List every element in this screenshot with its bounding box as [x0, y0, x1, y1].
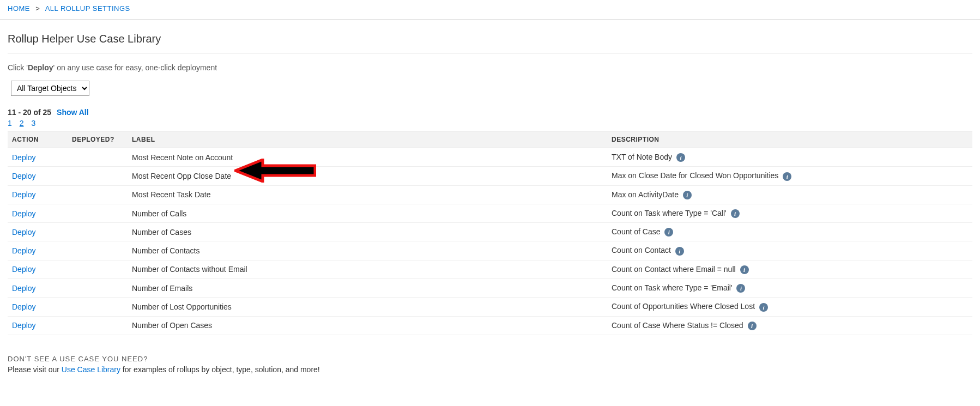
description-cell: Max on Close Date for Closed Won Opportu…	[607, 167, 972, 185]
deployed-cell	[68, 241, 128, 260]
table-row: DeployNumber of Contacts without EmailCo…	[8, 260, 972, 278]
instruction-bold: Deploy	[28, 63, 53, 72]
page-title: Rollup Helper Use Case Library	[8, 33, 972, 45]
description-text: Max on Close Date for Closed Won Opportu…	[612, 171, 778, 180]
description-cell: Count on Contact i	[607, 241, 972, 260]
divider	[0, 19, 980, 20]
label-cell: Most Recent Task Date	[128, 185, 607, 204]
description-text: TXT of Note Body	[612, 153, 672, 161]
divider	[8, 53, 972, 53]
description-cell: Count on Contact where Email = null i	[607, 260, 972, 278]
info-icon[interactable]: i	[759, 303, 768, 312]
col-header-label: LABEL	[128, 131, 607, 148]
info-icon[interactable]: i	[664, 228, 673, 237]
deployed-cell	[68, 167, 128, 185]
target-object-filter[interactable]: All Target Objects	[11, 81, 89, 96]
deploy-link[interactable]: Deploy	[12, 153, 36, 162]
col-header-action: ACTION	[8, 131, 68, 148]
deploy-link[interactable]: Deploy	[12, 228, 36, 237]
footer-text: Please visit our Use Case Library for ex…	[8, 365, 972, 374]
deploy-link[interactable]: Deploy	[12, 172, 36, 180]
use-case-table: ACTION DEPLOYED? LABEL DESCRIPTION Deplo…	[8, 131, 972, 335]
description-cell: TXT of Note Body i	[607, 148, 972, 167]
footer-heading: DON'T SEE A USE CASE YOU NEED?	[8, 355, 972, 363]
info-icon[interactable]: i	[731, 209, 740, 218]
label-cell: Most Recent Opp Close Date	[128, 167, 607, 185]
col-header-description: DESCRIPTION	[607, 131, 972, 148]
deployed-cell	[68, 279, 128, 298]
deployed-cell	[68, 316, 128, 335]
deployed-cell	[68, 148, 128, 167]
pager-pages: 1 2 3	[8, 119, 972, 128]
instruction-suffix: ' on any use case for easy, one-click de…	[53, 63, 217, 72]
description-cell: Count of Case i	[607, 223, 972, 241]
pager: 11 - 20 of 25 Show All 1 2 3	[8, 108, 972, 128]
info-icon[interactable]: i	[740, 265, 749, 274]
description-text: Max on ActivityDate	[612, 190, 679, 199]
deploy-link[interactable]: Deploy	[12, 265, 36, 274]
description-cell: Count of Case Where Status != Closed i	[607, 316, 972, 335]
footer-link-use-case-library[interactable]: Use Case Library	[62, 365, 120, 374]
table-row: DeployMost Recent Note on AccountTXT of …	[8, 148, 972, 167]
deploy-link[interactable]: Deploy	[12, 321, 36, 330]
info-icon[interactable]: i	[736, 284, 745, 293]
breadcrumb-all-rollup-settings[interactable]: ALL ROLLUP SETTINGS	[45, 4, 130, 13]
page-2[interactable]: 2	[20, 119, 24, 128]
pager-range: 11 - 20 of 25	[8, 108, 51, 117]
label-cell: Number of Lost Opportunities	[128, 298, 607, 316]
label-cell: Number of Open Cases	[128, 316, 607, 335]
label-cell: Number of Calls	[128, 204, 607, 222]
table-row: DeployNumber of Open CasesCount of Case …	[8, 316, 972, 335]
deploy-link[interactable]: Deploy	[12, 246, 36, 255]
table-row: DeployNumber of ContactsCount on Contact…	[8, 241, 972, 260]
deployed-cell	[68, 223, 128, 241]
deployed-cell	[68, 260, 128, 278]
label-cell: Number of Contacts	[128, 241, 607, 260]
deployed-cell	[68, 204, 128, 222]
description-cell: Count of Opportunities Where Closed Lost…	[607, 298, 972, 316]
label-cell: Number of Contacts without Email	[128, 260, 607, 278]
description-text: Count on Task where Type = 'Email'	[612, 283, 733, 292]
table-row: DeployMost Recent Task DateMax on Activi…	[8, 185, 972, 204]
description-cell: Count on Task where Type = 'Call' i	[607, 204, 972, 222]
table-row: DeployNumber of EmailsCount on Task wher…	[8, 279, 972, 298]
deployed-cell	[68, 185, 128, 204]
deploy-link[interactable]: Deploy	[12, 190, 36, 199]
table-row: DeployMost Recent Opp Close DateMax on C…	[8, 167, 972, 185]
description-cell: Count on Task where Type = 'Email' i	[607, 279, 972, 298]
table-row: DeployNumber of Lost OpportunitiesCount …	[8, 298, 972, 316]
breadcrumb: HOME > ALL ROLLUP SETTINGS	[0, 0, 980, 17]
info-icon[interactable]: i	[675, 247, 684, 256]
description-text: Count on Task where Type = 'Call'	[612, 209, 727, 217]
label-cell: Most Recent Note on Account	[128, 148, 607, 167]
deployed-cell	[68, 298, 128, 316]
breadcrumb-home[interactable]: HOME	[8, 4, 30, 13]
info-icon[interactable]: i	[748, 322, 757, 330]
table-row: DeployNumber of CasesCount of Case i	[8, 223, 972, 241]
description-text: Count of Opportunities Where Closed Lost	[612, 302, 755, 311]
deploy-link[interactable]: Deploy	[12, 209, 36, 218]
info-icon[interactable]: i	[683, 191, 692, 199]
deploy-link[interactable]: Deploy	[12, 284, 36, 293]
instruction-prefix: Click '	[8, 63, 28, 72]
info-icon[interactable]: i	[676, 153, 685, 162]
deploy-link[interactable]: Deploy	[12, 302, 36, 311]
footer-prefix: Please visit our	[8, 365, 62, 374]
footer-suffix: for examples of rollups by object, type,…	[120, 365, 320, 374]
col-header-deployed: DEPLOYED?	[68, 131, 128, 148]
description-text: Count on Contact where Email = null	[612, 265, 736, 274]
label-cell: Number of Emails	[128, 279, 607, 298]
table-row: DeployNumber of CallsCount on Task where…	[8, 204, 972, 222]
description-text: Count of Case	[612, 227, 661, 236]
description-cell: Max on ActivityDate i	[607, 185, 972, 204]
info-icon[interactable]: i	[783, 172, 791, 181]
breadcrumb-sep: >	[35, 4, 40, 13]
show-all-link[interactable]: Show All	[57, 108, 89, 117]
page-3[interactable]: 3	[31, 119, 35, 128]
instruction-text: Click 'Deploy' on any use case for easy,…	[8, 63, 972, 72]
page-1[interactable]: 1	[8, 119, 12, 128]
label-cell: Number of Cases	[128, 223, 607, 241]
description-text: Count of Case Where Status != Closed	[612, 321, 743, 330]
description-text: Count on Contact	[612, 246, 671, 254]
